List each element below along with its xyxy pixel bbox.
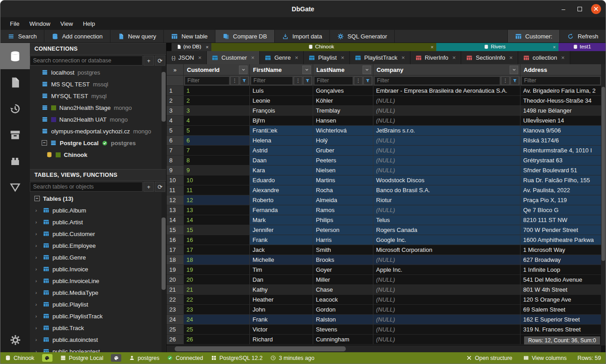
grid-cell[interactable]: (NULL) [373, 106, 520, 116]
grid-cell[interactable]: Alexandre [250, 185, 313, 195]
chevron-right-icon[interactable]: › [35, 231, 40, 236]
connections-scrollbar-thumb[interactable] [162, 72, 166, 122]
grid-cell[interactable]: 627 Broadway [520, 255, 601, 265]
grid-cell[interactable]: Ullevĺlsveien 14 [520, 116, 601, 126]
tables-scrollbar-thumb[interactable] [162, 217, 166, 290]
toolbar-button-new-table[interactable]: New table [164, 30, 215, 43]
activity-triangle-button[interactable] [0, 174, 30, 200]
grid-cell[interactable]: 69 Salem Street [520, 305, 601, 315]
table-item[interactable]: ›public.Playlist [30, 298, 166, 310]
table-item[interactable]: ›public.Album [30, 204, 166, 216]
connection-item[interactable]: Nano2Health UATmongo [30, 113, 166, 125]
column-header-address[interactable]: Address [520, 64, 601, 76]
grid-cell[interactable]: (NULL) [373, 205, 520, 215]
close-icon[interactable]: × [561, 54, 565, 61]
add-connection-small-button[interactable]: + [143, 56, 154, 66]
grid-cell[interactable]: (NULL) [373, 165, 520, 175]
grid-cell[interactable]: Nielsen [313, 165, 373, 175]
row-number[interactable]: 7 [167, 146, 184, 156]
tab-collection[interactable]: collection× [518, 51, 570, 64]
row-number[interactable]: 13 [167, 205, 184, 215]
row-number[interactable]: 26 [167, 335, 184, 345]
grid-cell[interactable]: Köhler [313, 96, 373, 106]
grid-cell[interactable]: Frank [250, 235, 313, 245]
grid-cell[interactable]: Banco do Brasil S.A. [373, 185, 520, 195]
refresh-tables-button[interactable]: ⟳ [155, 182, 165, 192]
connection-item[interactable]: Nano2Health Stagemongo [30, 102, 166, 113]
connection-item[interactable]: −Postgre Localpostgres [30, 137, 166, 149]
grid-cell[interactable]: 20 [184, 275, 250, 285]
settings-button[interactable] [0, 334, 30, 346]
tab-riverinfo[interactable]: RiverInfo× [410, 51, 462, 64]
grid-cell[interactable]: 24 [184, 315, 250, 325]
refresh-connections-button[interactable]: ⟳ [155, 56, 165, 66]
filter-menu-button[interactable]: ⋮ [230, 76, 239, 85]
connection-item[interactable]: MS SQL TESTmssql [30, 78, 166, 90]
filter-menu-button[interactable]: ⋮ [501, 76, 510, 85]
grid-cell[interactable]: 15 [184, 225, 250, 235]
grid-cell[interactable]: Mark [250, 215, 313, 225]
filter-input-firstname[interactable] [251, 76, 293, 85]
grid-cell[interactable]: Wichterlová [313, 126, 373, 136]
grid-cell[interactable]: (NULL) [373, 285, 520, 295]
filter-input-company[interactable] [374, 76, 500, 85]
database-tab--no-db-[interactable]: (no DB)× [172, 43, 211, 51]
connections-search-input[interactable] [30, 56, 143, 66]
grid-cell[interactable]: (NULL) [373, 305, 520, 315]
tables-search-input[interactable] [30, 182, 143, 192]
row-number[interactable]: 8 [167, 156, 184, 165]
connection-item[interactable]: localhostpostgres [30, 66, 166, 78]
column-dropdown-button[interactable] [239, 66, 248, 74]
grid-cell[interactable]: Astrid [250, 146, 313, 156]
statusbar-view-columns[interactable]: View columns [523, 355, 567, 361]
grid-cell[interactable]: 319 N. Frances Street [520, 325, 601, 335]
filter-input-address[interactable] [521, 76, 601, 85]
grid-cell[interactable]: Chase [313, 285, 373, 295]
row-number[interactable]: 18 [167, 255, 184, 265]
grid-cell[interactable]: 10 [184, 175, 250, 185]
tab-genre[interactable]: Genre× [260, 51, 304, 64]
chevron-right-icon[interactable]: › [35, 349, 40, 352]
grid-cell[interactable]: Telus [373, 215, 520, 225]
grid-cell[interactable]: Rua Dr. Falcão Filho, 155 [520, 175, 601, 185]
grid-cell[interactable]: Gordon [313, 305, 373, 315]
row-number[interactable]: 19 [167, 265, 184, 275]
statusbar-open-structure[interactable]: Open structure [466, 355, 512, 361]
grid-cell[interactable]: 21 [184, 285, 250, 295]
toolbar-button-new-query[interactable]: New query [110, 30, 164, 43]
row-number[interactable]: 5 [167, 126, 184, 136]
activity-plugins-button[interactable] [0, 148, 30, 174]
close-icon[interactable]: × [401, 54, 405, 61]
grid-cell[interactable]: 23 [184, 305, 250, 315]
grid-cell[interactable]: 6 [184, 136, 250, 146]
grid-cell[interactable]: (NULL) [373, 275, 520, 285]
menu-help[interactable]: Help [79, 19, 99, 28]
tab-playlist[interactable]: Playlist× [304, 51, 350, 64]
grid-cell[interactable]: Goyer [313, 265, 373, 275]
connection-item[interactable]: olympus-medportal.vychozi.czmongo [30, 125, 166, 137]
grid-cell[interactable]: 700 W Pender Street [520, 225, 601, 235]
connection-item[interactable]: Chinook [30, 149, 166, 161]
grid-corner-expand[interactable]: » [167, 64, 184, 76]
grid-cell[interactable]: 25 [184, 325, 250, 335]
grid-cell[interactable]: Roberto [250, 195, 313, 205]
close-icon[interactable]: × [453, 54, 456, 61]
grid-cell[interactable]: 17 [184, 245, 250, 255]
filter-funnel-button[interactable] [303, 76, 312, 85]
grid-cell[interactable]: Stevens [313, 325, 373, 335]
grid-cell[interactable]: (NULL) [373, 136, 520, 146]
grid-cell[interactable]: Sřnder Boulevard 51 [520, 165, 601, 175]
grid-cell[interactable]: 22 [184, 295, 250, 305]
filter-menu-button[interactable]: ⋮ [294, 76, 302, 85]
grid-cell[interactable]: Jack [250, 245, 313, 255]
row-number[interactable]: 20 [167, 275, 184, 285]
chevron-right-icon[interactable]: › [35, 278, 40, 284]
chevron-right-icon[interactable]: › [35, 302, 40, 307]
column-dropdown-button[interactable] [302, 66, 311, 74]
column-header-company[interactable]: Company [373, 64, 520, 76]
column-dropdown-button[interactable] [363, 66, 371, 74]
vertical-scrollbar-thumb[interactable] [601, 87, 605, 261]
grid-cell[interactable]: Rogers Canada [373, 225, 520, 235]
grid-cell[interactable]: Frank [250, 315, 313, 325]
grid-cell[interactable]: 541 Del Medio Avenue [520, 275, 601, 285]
